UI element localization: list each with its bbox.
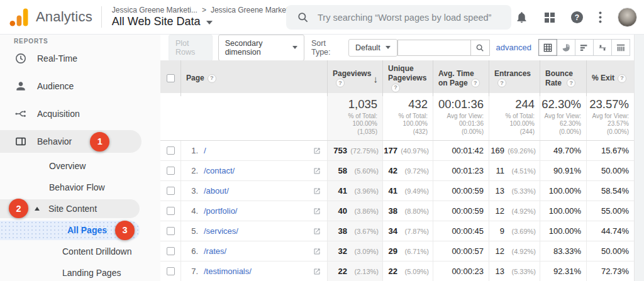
secondary-dimension-dropdown[interactable]: Secondary dimension — [218, 35, 304, 61]
page-link[interactable]: /portfolio/ — [204, 206, 237, 216]
global-search[interactable]: Try searching “Worst pages by load speed… — [286, 5, 511, 30]
table-header-row: Page? Pageviews ? ↓ Unique Pageviews ? A… — [160, 60, 634, 93]
advanced-search-link[interactable]: advanced — [496, 43, 531, 52]
row-checkbox[interactable] — [167, 247, 175, 255]
select-all-checkbox[interactable] — [167, 74, 175, 82]
sidebar-item-overview[interactable]: Overview — [0, 155, 160, 177]
sidebar-item-label: Landing Pages — [62, 268, 121, 278]
sort-type-dropdown[interactable]: Default — [348, 39, 397, 57]
user-avatar[interactable] — [618, 8, 637, 27]
view-toggle-group — [539, 39, 630, 56]
pageviews-cell: 32(3.09%) — [327, 241, 382, 261]
table-search-input[interactable] — [397, 40, 470, 56]
sidebar-item-landing-pages[interactable]: Landing Pages — [0, 262, 160, 281]
total-value: 432 — [408, 97, 428, 111]
column-header-pageviews[interactable]: Pageviews ? ↓ — [327, 60, 382, 96]
sidebar-item-behavior[interactable]: Behavior 1 — [0, 128, 160, 155]
exit-cell: 15.67% — [586, 141, 634, 160]
column-header-avg-time[interactable]: Avg. Time on Page? — [433, 60, 489, 96]
more-vertical-icon[interactable] — [599, 11, 602, 23]
comparison-view-button[interactable] — [593, 39, 612, 56]
table-view-button[interactable] — [538, 39, 557, 56]
open-in-new-icon[interactable] — [313, 147, 321, 155]
row-checkbox[interactable] — [167, 167, 175, 175]
notifications-bell-icon[interactable] — [515, 11, 528, 24]
breadcrumb-account[interactable]: Jessica Greene Marketi... — [112, 6, 197, 14]
page-link[interactable]: /contact/ — [204, 166, 235, 175]
row-checkbox[interactable] — [167, 267, 175, 275]
search-placeholder: Try searching “Worst pages by load speed… — [318, 13, 491, 23]
help-bubble-icon[interactable]: ? — [336, 79, 345, 87]
open-in-new-icon[interactable] — [313, 228, 321, 235]
bounce-rate-cell: 83.33% — [540, 241, 586, 261]
open-in-new-icon[interactable] — [313, 207, 321, 215]
bounce-rate-cell: 100.00% — [540, 221, 586, 241]
totals-empty-cell — [160, 93, 180, 140]
performance-view-button[interactable] — [575, 39, 594, 56]
help-bubble-icon[interactable]: ? — [471, 79, 480, 87]
avg-time-cell: 00:00:57 — [433, 241, 489, 261]
help-bubble-icon[interactable]: ? — [391, 84, 400, 92]
table-search-button[interactable] — [470, 40, 490, 56]
table-row: 6. /rates/ 32(3.09%) 29(6.71%) 00:00:57 … — [160, 241, 634, 262]
avg-time-cell: 00:00:59 — [433, 201, 489, 221]
plot-rows-button[interactable]: Plot Rows — [169, 35, 213, 61]
help-bubble-icon[interactable]: ? — [567, 79, 575, 87]
pivot-view-button[interactable] — [611, 39, 630, 56]
column-header-page[interactable]: Page? — [180, 60, 327, 96]
help-bubble-icon[interactable]: ? — [497, 79, 506, 87]
total-value: 23.57% — [589, 97, 629, 111]
page-link[interactable]: / — [204, 146, 206, 155]
help-icon[interactable]: ? — [571, 11, 583, 23]
open-in-new-icon[interactable] — [313, 167, 321, 175]
page-cell: 4. /portfolio/ — [180, 201, 327, 221]
table-row: 1. / 753(72.75%) 177(40.97%) 00:01:42 16… — [160, 141, 634, 161]
row-number: 3. — [186, 186, 198, 196]
entrances-cell: 12(4.92%) — [489, 201, 540, 221]
pageviews-cell: 40(3.86%) — [327, 201, 382, 221]
sidebar-item-site-content[interactable]: 2 Site Content — [0, 198, 160, 219]
sort-descending-icon[interactable]: ↓ — [374, 74, 379, 83]
sidebar-item-real-time[interactable]: Real-Time — [0, 45, 160, 72]
clock-icon — [14, 52, 27, 65]
breadcrumb-separator: > — [202, 6, 206, 14]
row-checkbox[interactable] — [167, 227, 175, 235]
right-scrollbar-gutter[interactable] — [634, 35, 644, 281]
sidebar-item-all-pages[interactable]: All Pages 3 — [0, 219, 160, 241]
row-checkbox[interactable] — [167, 187, 175, 195]
open-in-new-icon[interactable] — [313, 248, 321, 255]
exit-cell: 55.00% — [586, 201, 634, 221]
page-link[interactable]: /services/ — [204, 226, 238, 236]
totals-exit: 23.57% Avg for View: 23.57% (0.00%) — [586, 93, 634, 140]
chevron-down-icon — [386, 46, 391, 49]
view-selector[interactable]: All Web Site Data — [112, 15, 296, 28]
breadcrumb-property[interactable]: Jessica Greene Marketi... — [211, 6, 296, 14]
row-checkbox[interactable] — [167, 146, 175, 155]
help-bubble-icon[interactable]: ? — [208, 74, 216, 83]
comparison-icon — [598, 43, 607, 52]
percentage-view-button[interactable] — [557, 39, 575, 56]
column-header-bounce-rate[interactable]: Bounce Rate ? — [540, 60, 586, 96]
page-link[interactable]: /rates/ — [204, 246, 226, 256]
analytics-logo[interactable]: Analytics — [0, 6, 92, 28]
help-bubble-icon[interactable]: ? — [618, 74, 626, 83]
row-checkbox[interactable] — [167, 207, 175, 215]
sidebar-item-audience[interactable]: Audience — [0, 72, 160, 100]
search-icon — [475, 43, 484, 52]
pageviews-cell: 41(3.96%) — [327, 181, 382, 201]
sidebar-item-behavior-flow[interactable]: Behavior Flow — [0, 177, 160, 198]
open-in-new-icon[interactable] — [313, 268, 321, 275]
page-cell: 2. /contact/ — [180, 161, 327, 180]
apps-grid-icon[interactable] — [544, 12, 555, 23]
sidebar-item-acquisition[interactable]: Acquisition — [0, 100, 160, 128]
column-header-unique-pageviews[interactable]: Unique Pageviews ? — [382, 60, 433, 96]
page-link[interactable]: /testimonials/ — [204, 267, 252, 276]
column-header-exit[interactable]: % Exit? — [586, 60, 634, 96]
column-header-entrances[interactable]: Entrances ? — [489, 60, 540, 96]
avg-time-cell: 00:01:42 — [433, 141, 489, 160]
page-link[interactable]: /about/ — [204, 186, 229, 196]
open-in-new-icon[interactable] — [313, 187, 321, 195]
reports-section-label: REPORTS — [0, 35, 160, 45]
page-cell: 5. /services/ — [180, 221, 327, 241]
sidebar-item-content-drilldown[interactable]: Content Drilldown — [0, 241, 160, 262]
